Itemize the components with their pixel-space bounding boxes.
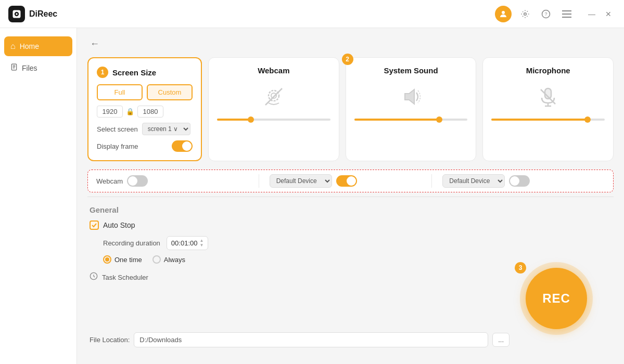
microphone-icon-area [491, 81, 605, 112]
microphone-panel: Microphone [482, 57, 614, 161]
webcam-icon-area [217, 81, 330, 112]
auto-stop-checkbox[interactable] [90, 220, 99, 230]
auto-stop-label: Auto Stop [103, 221, 135, 229]
task-scheduler-icon [90, 272, 98, 282]
screen-size-title: Screen Size [112, 68, 156, 77]
more-button[interactable]: ... [492, 333, 510, 347]
system-sound-toggle[interactable] [336, 175, 357, 187]
rec-button[interactable]: REC [526, 268, 587, 329]
screen-select[interactable]: screen 1 ∨ [142, 123, 190, 135]
display-frame-toggle[interactable] [172, 140, 193, 152]
app-name: DiReec [29, 9, 57, 19]
sidebar-item-files[interactable]: Files [0, 58, 77, 78]
svg-marker-17 [405, 89, 414, 104]
rec-button-wrap: 3 REC [520, 262, 593, 335]
microphone-title: Microphone [491, 66, 605, 75]
svg-point-3 [502, 11, 505, 14]
sidebar-item-home[interactable]: ⌂ Home [4, 36, 72, 56]
bottom-controls-row: Webcam Default Device Default Device [87, 170, 614, 192]
svg-line-16 [265, 88, 282, 105]
close-button[interactable]: ✕ [601, 7, 616, 21]
step1-badge: 1 [97, 67, 108, 78]
webcam-toggle[interactable] [127, 175, 148, 187]
avatar-icon[interactable] [495, 6, 512, 22]
screen-size-panel: 1 Screen Size Full Custom 🔒 Select scree… [87, 57, 202, 161]
resolution-row: 🔒 [97, 106, 193, 118]
duration-arrows[interactable]: ▲ ▼ [199, 239, 203, 248]
recording-duration-label: Recording duration [103, 239, 160, 247]
content-wrapper: ← 1 Screen Size Full Custom 🔒 [87, 36, 614, 356]
app-logo [8, 6, 25, 22]
help-icon[interactable]: ? [539, 7, 553, 21]
webcam-control-label: Webcam [96, 177, 123, 185]
duration-down-arrow[interactable]: ▼ [199, 243, 203, 248]
files-icon [10, 63, 18, 73]
width-input[interactable] [97, 106, 123, 118]
system-sound-icon-area [354, 81, 468, 112]
duration-up-arrow[interactable]: ▲ [199, 239, 203, 243]
select-screen-row: Select screen screen 1 ∨ [97, 123, 193, 135]
lock-icon: 🔒 [126, 108, 134, 115]
back-button[interactable]: ← [87, 36, 102, 51]
title-bar: DiReec ? — ✕ [0, 0, 624, 28]
webcam-control: Webcam [96, 175, 259, 187]
custom-button[interactable]: Custom [147, 84, 193, 100]
always-label: Always [164, 256, 185, 264]
content-area: ← 1 Screen Size Full Custom 🔒 [77, 28, 624, 364]
one-time-radio[interactable]: One time [103, 255, 142, 264]
webcam-slider [217, 119, 330, 121]
duration-input-wrap: 00:01:00 ▲ ▼ [167, 236, 209, 250]
svg-point-14 [269, 90, 279, 101]
microphone-control: Default Device [431, 174, 605, 188]
display-frame-label: Display frame [97, 142, 138, 150]
divider [87, 197, 614, 197]
duration-value: 00:01:00 [171, 239, 198, 247]
microphone-dropdown[interactable]: Default Device [442, 174, 505, 188]
microphone-slider [491, 119, 605, 121]
sidebar-item-files-label: Files [22, 64, 37, 72]
system-sound-dropdown[interactable]: Default Device [270, 174, 332, 188]
window-controls: — ✕ [584, 7, 616, 21]
system-sound-control: Default Device [259, 174, 432, 188]
select-screen-label: Select screen [97, 125, 138, 133]
file-location-label: File Location: [90, 336, 130, 344]
sidebar: ⌂ Home Files [0, 28, 77, 364]
rec-label: REC [542, 291, 570, 306]
screen-size-title-row: 1 Screen Size [97, 67, 193, 78]
settings-icon[interactable] [518, 7, 532, 21]
always-radio[interactable]: Always [152, 255, 185, 264]
one-time-label: One time [114, 256, 142, 264]
svg-point-2 [16, 13, 17, 15]
main-layout: ⌂ Home Files ← 1 Screen Size [0, 28, 624, 364]
system-sound-panel: 2 System Sound [346, 57, 477, 161]
size-buttons: Full Custom [97, 84, 193, 100]
svg-text:?: ? [544, 11, 547, 17]
home-icon: ⌂ [10, 42, 16, 51]
menu-icon[interactable] [559, 7, 574, 21]
system-sound-slider [354, 119, 468, 121]
file-path-input[interactable] [134, 332, 488, 347]
microphone-toggle[interactable] [509, 175, 530, 187]
system-sound-title: System Sound [354, 66, 468, 75]
panels-row: 1 Screen Size Full Custom 🔒 Select scree… [87, 57, 614, 161]
always-radio-circle [152, 255, 161, 264]
task-scheduler-label: Task Scheduler [102, 274, 148, 281]
duration-row: Recording duration 00:01:00 ▲ ▼ [103, 236, 612, 250]
webcam-panel: Webcam [208, 57, 339, 161]
general-title: General [90, 205, 612, 214]
sidebar-item-home-label: Home [20, 42, 39, 50]
title-bar-icons: ? — ✕ [495, 6, 616, 22]
minimize-button[interactable]: — [584, 7, 599, 21]
step2-badge: 2 [342, 54, 353, 65]
file-location-row: File Location: ... [90, 332, 510, 347]
height-input[interactable] [137, 106, 163, 118]
svg-point-4 [524, 12, 527, 15]
display-frame-row: Display frame [97, 140, 193, 152]
one-time-radio-circle [103, 255, 111, 264]
auto-stop-row: Auto Stop [90, 220, 612, 230]
full-button[interactable]: Full [97, 84, 143, 100]
webcam-title: Webcam [217, 66, 330, 75]
step3-badge: 3 [515, 262, 526, 274]
rec-outer: REC [520, 262, 593, 335]
